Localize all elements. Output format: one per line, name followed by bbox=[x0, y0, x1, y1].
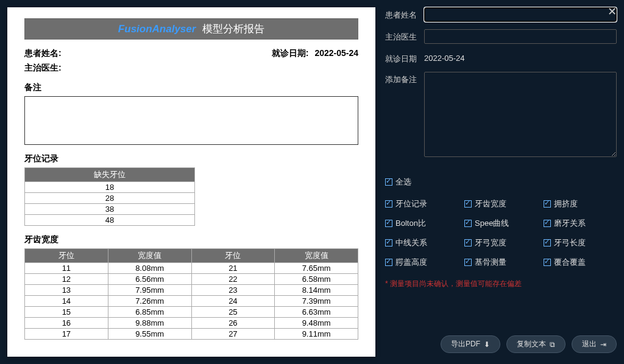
checkbox-icon[interactable] bbox=[464, 220, 472, 227]
checkbox-label: 磨牙关系 bbox=[554, 218, 586, 229]
table-header: 宽度值 bbox=[275, 249, 358, 263]
tooth-width-title: 牙齿宽度 bbox=[24, 234, 358, 245]
table-cell: 22 bbox=[191, 274, 275, 285]
visit-field-value: 2022-05-24 bbox=[424, 51, 465, 63]
checkbox-icon[interactable] bbox=[464, 239, 472, 247]
checkbox-label: 基骨测量 bbox=[475, 257, 506, 268]
table-cell: 8.14mm bbox=[275, 285, 358, 296]
doctor-field-label: 主治医生 bbox=[385, 29, 419, 43]
checkbox-item[interactable]: 牙弓宽度 bbox=[464, 237, 537, 248]
warning-text: * 测量项目尚未确认，测量值可能存在偏差 bbox=[385, 279, 617, 289]
table-cell: 38 bbox=[25, 204, 195, 215]
exit-button[interactable]: 退出 ⇥ bbox=[572, 335, 617, 353]
checkbox-item[interactable]: 腭盖高度 bbox=[385, 257, 458, 268]
exit-label: 退出 bbox=[582, 339, 597, 349]
visit-field-label: 就诊日期 bbox=[385, 51, 419, 65]
checkbox-icon[interactable] bbox=[544, 220, 551, 227]
checkbox-item[interactable]: 基骨测量 bbox=[464, 257, 537, 268]
tooth-width-table: 牙位宽度值牙位宽度值 118.08mm217.65mm126.56mm226.5… bbox=[24, 248, 358, 340]
table-cell: 25 bbox=[191, 307, 275, 318]
checkbox-icon[interactable] bbox=[385, 239, 392, 247]
remark-field-label: 添加备注 bbox=[385, 72, 419, 85]
table-header: 牙位 bbox=[25, 249, 108, 263]
checkbox-item[interactable]: Spee曲线 bbox=[464, 218, 537, 229]
checkbox-icon[interactable] bbox=[464, 259, 472, 266]
table-cell: 9.48mm bbox=[275, 318, 358, 329]
table-cell: 8.08mm bbox=[108, 263, 191, 274]
checkbox-icon[interactable] bbox=[544, 239, 551, 247]
meta-row-2: 主治医生: bbox=[24, 63, 358, 74]
missing-tooth-table: 缺失牙位 18283848 bbox=[24, 167, 195, 226]
copy-text-button[interactable]: 复制文本 ⧉ bbox=[506, 335, 566, 353]
visit-value: 2022-05-24 bbox=[314, 48, 358, 59]
table-cell: 9.88mm bbox=[108, 318, 191, 329]
select-all-label: 全选 bbox=[395, 177, 411, 187]
table-cell: 9.11mm bbox=[275, 329, 358, 340]
checkbox-icon[interactable] bbox=[385, 220, 392, 227]
remark-box bbox=[24, 96, 358, 145]
sidebar: 患者姓名 主治医生 就诊日期 2022-05-24 添加备注 全选 牙位记录牙齿… bbox=[385, 7, 617, 357]
checkbox-item[interactable]: 中线关系 bbox=[385, 237, 458, 248]
doctor-name-input[interactable] bbox=[424, 29, 617, 44]
report-panel: FusionAnalyser 模型分析报告 患者姓名: 就诊日期: 2022-0… bbox=[7, 7, 375, 357]
table-cell: 6.58mm bbox=[275, 274, 358, 285]
table-cell: 28 bbox=[25, 193, 195, 204]
table-cell: 6.85mm bbox=[108, 307, 191, 318]
checkbox-item[interactable]: 牙位记录 bbox=[385, 198, 458, 209]
download-icon: ⬇ bbox=[484, 340, 490, 349]
button-row: 导出PDF ⬇ 复制文本 ⧉ 退出 ⇥ bbox=[385, 335, 617, 357]
checkbox-item[interactable]: 覆合覆盖 bbox=[544, 257, 617, 268]
visit-label: 就诊日期: bbox=[272, 48, 309, 59]
table-cell: 9.55mm bbox=[108, 329, 191, 340]
main-container: FusionAnalyser 模型分析报告 患者姓名: 就诊日期: 2022-0… bbox=[0, 0, 624, 364]
table-cell: 17 bbox=[25, 329, 108, 340]
table-cell: 15 bbox=[25, 307, 108, 318]
table-cell: 14 bbox=[25, 296, 108, 307]
table-cell: 6.63mm bbox=[275, 307, 358, 318]
checkbox-item[interactable]: 磨牙关系 bbox=[544, 218, 617, 229]
checkbox-label: 牙齿宽度 bbox=[475, 198, 506, 209]
tooth-record-title: 牙位记录 bbox=[24, 153, 358, 164]
checkbox-icon[interactable] bbox=[385, 178, 392, 186]
table-cell: 12 bbox=[25, 274, 108, 285]
checkbox-item[interactable]: Bolton比 bbox=[385, 218, 458, 229]
checkbox-label: 拥挤度 bbox=[554, 198, 578, 209]
checkbox-grid: 牙位记录牙齿宽度拥挤度Bolton比Spee曲线磨牙关系中线关系牙弓宽度牙弓长度… bbox=[385, 198, 617, 268]
checkbox-icon[interactable] bbox=[544, 259, 551, 266]
table-cell: 7.65mm bbox=[275, 263, 358, 274]
checkbox-label: 中线关系 bbox=[395, 237, 427, 248]
export-pdf-label: 导出PDF bbox=[451, 339, 480, 349]
checkbox-icon[interactable] bbox=[385, 259, 392, 266]
select-all-row[interactable]: 全选 bbox=[385, 177, 617, 187]
report-title-suffix: 模型分析报告 bbox=[202, 23, 264, 35]
exit-icon: ⇥ bbox=[600, 340, 606, 349]
table-cell: 6.56mm bbox=[108, 274, 191, 285]
table-cell: 16 bbox=[25, 318, 108, 329]
checkbox-item[interactable]: 牙弓长度 bbox=[544, 237, 617, 248]
table-cell: 21 bbox=[191, 263, 275, 274]
checkbox-label: Spee曲线 bbox=[475, 218, 509, 229]
copy-text-label: 复制文本 bbox=[517, 339, 546, 349]
checkbox-icon[interactable] bbox=[544, 200, 551, 208]
checkbox-label: 覆合覆盖 bbox=[554, 257, 586, 268]
checkbox-label: 牙弓宽度 bbox=[475, 237, 506, 248]
remark-textarea[interactable] bbox=[424, 72, 617, 157]
export-pdf-button[interactable]: 导出PDF ⬇ bbox=[441, 335, 500, 353]
checkbox-label: 牙弓长度 bbox=[554, 237, 586, 248]
table-cell: 7.39mm bbox=[275, 296, 358, 307]
table-cell: 13 bbox=[25, 285, 108, 296]
checkbox-label: 牙位记录 bbox=[395, 198, 427, 209]
table-header: 牙位 bbox=[191, 249, 275, 263]
patient-field-label: 患者姓名 bbox=[385, 7, 419, 21]
close-icon[interactable]: ✕ bbox=[608, 5, 617, 18]
checkbox-icon[interactable] bbox=[385, 200, 392, 208]
checkbox-icon[interactable] bbox=[464, 200, 472, 208]
checkbox-item[interactable]: 牙齿宽度 bbox=[464, 198, 537, 209]
checkbox-item[interactable]: 拥挤度 bbox=[544, 198, 617, 209]
table-cell: 18 bbox=[25, 182, 195, 193]
table-cell: 7.95mm bbox=[108, 285, 191, 296]
patient-name-input[interactable] bbox=[424, 7, 617, 22]
patient-label: 患者姓名: bbox=[24, 48, 62, 59]
table-cell: 11 bbox=[25, 263, 108, 274]
checkbox-area: 全选 牙位记录牙齿宽度拥挤度Bolton比Spee曲线磨牙关系中线关系牙弓宽度牙… bbox=[385, 177, 617, 289]
